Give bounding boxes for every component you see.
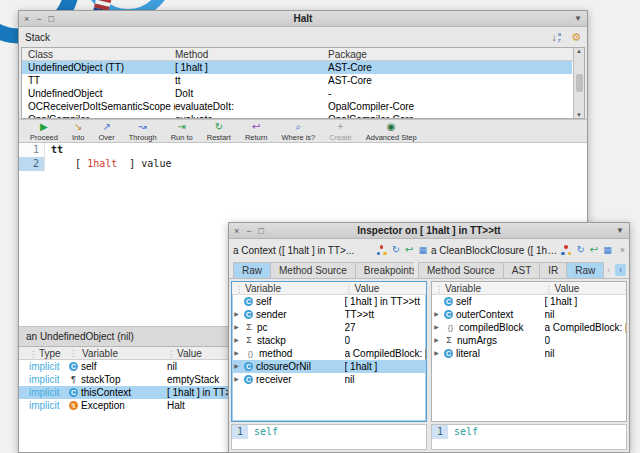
context-pane-header: a Context ([ 1halt ] in TT>... ↻ ↩ ▦ (233, 244, 427, 256)
stack-row[interactable]: OpalCompiler evaluate OpalCompiler-Core (22, 113, 572, 119)
browse-icon[interactable] (561, 245, 571, 255)
tab-prev-icon[interactable]: ‹ (603, 264, 614, 276)
tab[interactable]: Raw (567, 262, 604, 278)
variable-row[interactable]: ▶ { } compiledBlock a CompiledBlock: [ 1… (432, 321, 626, 334)
variable-row[interactable]: ▶ C outerContext nil (432, 308, 626, 321)
scroll-thumb[interactable] (576, 74, 583, 92)
tab[interactable]: AST (504, 262, 540, 278)
expand-arrow-icon[interactable]: ▶ (432, 334, 441, 347)
variable-type-icon: C (69, 362, 78, 371)
stack-cell-package: AST-Core (328, 74, 572, 87)
tab[interactable]: Breakpoints (356, 262, 414, 278)
toolbar-button[interactable]: ⌕ Where is? (274, 120, 322, 142)
closure-eval-editor[interactable]: 1 self (431, 424, 627, 450)
expand-arrow-icon[interactable]: ▶ (232, 334, 241, 347)
context-pane-label: a Context ([ 1halt ] in TT>... (233, 245, 373, 256)
revert-icon[interactable]: ↩ (590, 244, 598, 256)
column-value[interactable]: Value (545, 282, 626, 294)
column-variable[interactable]: Variable (432, 282, 545, 294)
variable-cell: ▶ C outerContext (432, 308, 545, 321)
closure-pane-header: a CleanBlockClosure ([ 1hal... ↻ ↩ ▦ × (431, 244, 625, 256)
table-view-icon[interactable]: ▦ (418, 244, 427, 256)
expand-arrow-icon[interactable]: ▶ (232, 321, 241, 334)
column-variable[interactable]: Variable (232, 282, 345, 294)
expand-arrow-icon[interactable]: ▶ (232, 347, 241, 360)
toolbar-button-label: Return (245, 133, 268, 142)
variable-row[interactable]: ▶ C sender TT>>tt (232, 308, 426, 321)
variable-row[interactable]: ▶ C literal nil (432, 347, 626, 360)
expand-arrow-icon[interactable]: ▶ (232, 373, 241, 386)
inspector-titlebar: × − □ Inspector on [ 1halt ] in TT>>tt ▼ (229, 223, 629, 239)
sort-icon[interactable]: ↓ a z (552, 31, 561, 43)
stack-label: Stack (25, 32, 50, 43)
column-type[interactable]: Type (19, 347, 69, 359)
maximize-icon[interactable]: □ (259, 224, 264, 238)
stack-row[interactable]: OCReceiverDoItSemanticScope (OCDoItSeman… (22, 100, 572, 113)
maximize-icon[interactable]: □ (49, 12, 54, 26)
tab[interactable]: Raw (233, 262, 271, 278)
stack-row[interactable]: TT tt AST-Core (22, 74, 572, 87)
variable-row[interactable]: ▶ { } method a CompiledBlock: [ 1halt ] (232, 347, 426, 360)
toolbar-button[interactable]: ↗ Over (91, 120, 121, 142)
toolbar-button[interactable]: ↘ Into (65, 120, 92, 142)
close-icon[interactable]: × (234, 224, 239, 238)
minimize-icon[interactable]: − (246, 224, 251, 238)
closure-pane-label: a CleanBlockClosure ([ 1hal... (431, 245, 557, 256)
variable-cell: ▶ C literal (432, 347, 545, 360)
code-token: ] (117, 158, 141, 169)
variable-row[interactable]: C self [ 1halt ] in TT>>tt (232, 295, 426, 308)
scroll-down-icon[interactable]: ▼ (576, 112, 582, 118)
column-variable[interactable]: Variable (69, 347, 167, 359)
variable-name: literal (456, 347, 480, 360)
close-icon[interactable]: × (24, 12, 29, 26)
stack-settings-icon[interactable]: ⚙ (571, 31, 581, 43)
sort-letters: a z (558, 31, 561, 43)
tab[interactable]: Method Source (271, 262, 356, 278)
tab-next-icon[interactable]: › (615, 264, 626, 276)
column-package[interactable]: Package (328, 48, 572, 60)
column-method[interactable]: Method (175, 48, 328, 60)
variable-row[interactable]: ▶ Σ stackp 0 (232, 334, 426, 347)
minimize-icon[interactable]: − (36, 12, 41, 26)
toolbar-button[interactable]: ↝ Through (122, 120, 164, 142)
column-value[interactable]: Value (345, 282, 426, 294)
variable-row[interactable]: ▶ C closureOrNil [ 1halt ] (232, 360, 426, 373)
variable-value: nil (345, 373, 426, 386)
toolbar-button[interactable]: ⇥ Run to (164, 120, 200, 142)
close-pane-icon[interactable]: × (620, 244, 625, 256)
expand-arrow-icon[interactable]: ▶ (232, 308, 241, 321)
variable-row[interactable]: ▶ Σ numArgs 0 (432, 334, 626, 347)
table-view-icon[interactable]: ▦ (603, 244, 612, 256)
window-menu-icon[interactable]: ▼ (554, 226, 624, 235)
variable-type-icon: C (244, 375, 253, 384)
tab[interactable]: Method Source (418, 262, 504, 278)
browse-icon[interactable] (377, 245, 387, 255)
context-eval-editor[interactable]: 1 self (231, 424, 427, 450)
expand-arrow-icon[interactable]: ▶ (432, 308, 441, 321)
variable-row[interactable]: ▶ C receiver nil (232, 373, 426, 386)
toolbar-button[interactable]: ↻ Restart (200, 120, 238, 142)
toolbar-button[interactable]: + Create (322, 120, 359, 142)
window-menu-icon[interactable]: ▼ (512, 14, 582, 23)
toolbar-button[interactable]: ↩ Return (238, 120, 275, 142)
expand-arrow-icon[interactable]: ▶ (232, 360, 241, 373)
stack-scrollbar[interactable]: ▲ ▼ (573, 48, 584, 118)
code-token: [ (51, 158, 87, 169)
scroll-up-icon[interactable]: ▲ (576, 48, 582, 54)
toolbar-button[interactable]: ◉ Advanced Step (359, 120, 424, 142)
tab[interactable]: IR (540, 262, 567, 278)
sort-letter-z: z (558, 37, 561, 43)
refresh-icon[interactable]: ↻ (392, 244, 400, 256)
closure-variable-rows: C self [ 1halt ] ▶ C outerContext (432, 295, 626, 360)
stack-row[interactable]: UndefinedObject (TT) [ 1halt ] AST-Core (22, 61, 572, 74)
revert-icon[interactable]: ↩ (405, 244, 413, 256)
refresh-icon[interactable]: ↻ (576, 244, 584, 256)
stack-cell-method: DoIt (175, 87, 328, 100)
stack-row[interactable]: UndefinedObject DoIt - (22, 87, 572, 100)
variable-row[interactable]: C self [ 1halt ] (432, 295, 626, 308)
variable-row[interactable]: ▶ Σ pc 27 (232, 321, 426, 334)
column-class[interactable]: Class (22, 48, 175, 60)
expand-arrow-icon[interactable]: ▶ (432, 347, 441, 360)
toolbar-button[interactable]: ▶ Proceed (23, 120, 65, 142)
expand-arrow-icon[interactable]: ▶ (432, 321, 441, 334)
